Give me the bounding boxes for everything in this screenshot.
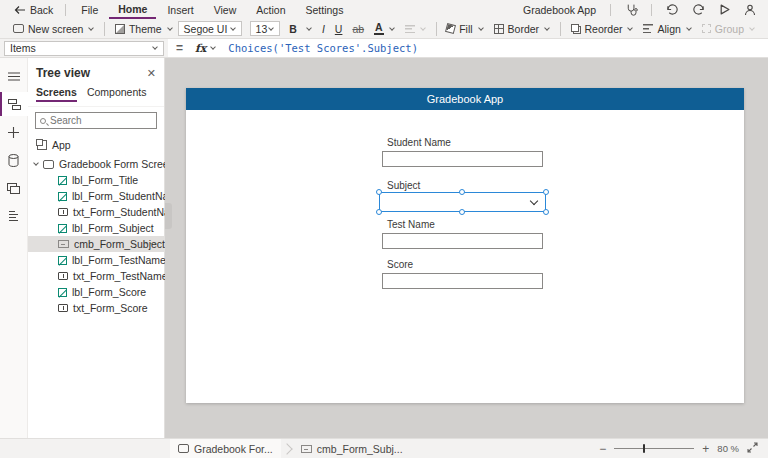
font-size-select[interactable]: 13 — [250, 21, 281, 36]
score-input[interactable] — [382, 273, 543, 289]
app-checker-icon[interactable] — [621, 2, 641, 18]
border-label: Border — [508, 23, 540, 35]
screen-title-bar[interactable]: Gradebook App — [186, 88, 744, 110]
tree-view-rail-icon[interactable] — [0, 92, 28, 116]
menu-item-view[interactable]: View — [205, 0, 246, 19]
advanced-tools-icon[interactable] — [0, 204, 28, 228]
tree-search-box[interactable] — [35, 112, 157, 129]
zoom-slider[interactable] — [614, 448, 694, 449]
formula-input[interactable]: Choices('Test Scores'.Subject) — [220, 39, 418, 57]
font-color-button[interactable]: A — [369, 19, 400, 38]
app-screen[interactable]: Gradebook App Student Name Subject Test … — [186, 88, 744, 403]
align-button[interactable]: Align — [638, 19, 696, 38]
screen-icon — [178, 444, 189, 453]
fx-button[interactable]: fx — [191, 39, 220, 57]
theme-label: Theme — [129, 23, 162, 35]
tree-item-txt-form-score[interactable]: txt_Form_Score — [28, 300, 164, 316]
field-label-test-name[interactable]: Test Name — [387, 219, 435, 230]
reorder-button[interactable]: Reorder — [566, 19, 639, 38]
selection-handle[interactable] — [376, 189, 382, 195]
strikethrough-button[interactable]: ab — [347, 19, 369, 38]
canvas-area: Gradebook App Student Name Subject Test … — [165, 58, 768, 438]
fill-icon — [445, 23, 456, 34]
font-family-select[interactable]: Segoe UI — [178, 21, 242, 36]
student-name-input[interactable] — [382, 151, 543, 167]
theme-button[interactable]: Theme — [110, 19, 178, 38]
breadcrumb-control[interactable]: cmb_Form_Subj... — [293, 439, 411, 458]
media-icon[interactable] — [0, 176, 28, 200]
label-icon — [58, 224, 67, 233]
italic-button[interactable]: I — [317, 19, 330, 38]
bold-button[interactable]: B — [280, 19, 317, 38]
tree-item-app[interactable]: App — [28, 137, 164, 153]
selection-handle[interactable] — [543, 209, 549, 215]
chevron-down-icon — [210, 44, 216, 50]
label-icon — [58, 256, 67, 265]
group-button[interactable]: Group — [697, 19, 760, 38]
menu-bar: Back File Home Insert View Action Settin… — [0, 0, 768, 19]
breadcrumb-screen[interactable]: Gradebook For... — [170, 439, 281, 458]
selection-handle[interactable] — [459, 189, 465, 195]
property-value: Items — [10, 42, 36, 54]
tree-item-label: lbl_Form_TestName — [72, 254, 166, 266]
tree-item-lbl-form-studentname[interactable]: lbl_Form_StudentName — [28, 188, 164, 204]
panel-collapse-handle[interactable] — [165, 203, 172, 229]
menu-item-insert[interactable]: Insert — [158, 0, 202, 19]
zoom-controls: − + 80 % — [599, 442, 758, 455]
redo-icon[interactable] — [688, 2, 708, 18]
tree-item-lbl-form-testname[interactable]: lbl_Form_TestName — [28, 252, 164, 268]
chevron-down-icon — [89, 25, 95, 31]
tab-components[interactable]: Components — [87, 86, 147, 102]
undo-icon[interactable] — [662, 2, 682, 18]
chevron-down-icon — [167, 25, 173, 31]
close-icon[interactable]: ✕ — [147, 67, 156, 80]
equals-sign: = — [168, 39, 191, 57]
tree-item-cmb-form-subject[interactable]: cmb_Form_Subject ··· — [28, 236, 164, 252]
share-person-icon[interactable] — [740, 2, 760, 18]
text-input-icon — [58, 272, 68, 280]
search-input[interactable] — [50, 115, 140, 126]
label-icon — [58, 288, 67, 297]
back-button[interactable]: Back — [8, 0, 59, 19]
tree-item-txt-form-studentname[interactable]: txt_Form_StudentName — [28, 204, 164, 220]
more-icon[interactable]: ··· — [145, 237, 159, 249]
collapse-menu-icon[interactable] — [0, 64, 28, 88]
menu-item-action[interactable]: Action — [247, 0, 294, 19]
tree-item-lbl-form-subject[interactable]: lbl_Form_Subject — [28, 220, 164, 236]
breadcrumb-label: Gradebook For... — [194, 443, 273, 455]
tree-item-txt-form-testname[interactable]: txt_Form_TestName — [28, 268, 164, 284]
subject-combobox[interactable] — [379, 192, 546, 212]
selection-handle[interactable] — [376, 209, 382, 215]
preview-play-icon[interactable] — [714, 2, 734, 18]
zoom-slider-handle[interactable] — [643, 444, 645, 453]
tree-item-lbl-form-title[interactable]: lbl_Form_Title — [28, 172, 164, 188]
menu-item-settings[interactable]: Settings — [296, 0, 352, 19]
text-input-icon — [58, 208, 68, 216]
tree-item-lbl-form-score[interactable]: lbl_Form_Score — [28, 284, 164, 300]
zoom-out-icon[interactable]: − — [599, 444, 606, 454]
fit-to-window-icon[interactable] — [747, 442, 758, 455]
selection-handle[interactable] — [543, 189, 549, 195]
insert-plus-icon[interactable] — [0, 120, 28, 144]
app-icon — [37, 140, 47, 150]
field-label-score[interactable]: Score — [387, 259, 413, 270]
menu-item-file[interactable]: File — [72, 0, 107, 19]
fill-button[interactable]: Fill — [441, 19, 488, 38]
new-screen-button[interactable]: New screen — [8, 19, 99, 38]
menu-item-home[interactable]: Home — [109, 0, 156, 19]
chevron-down-icon — [628, 25, 634, 31]
tab-screens[interactable]: Screens — [36, 86, 77, 102]
underline-button[interactable]: U — [330, 19, 348, 38]
test-name-input[interactable] — [382, 233, 543, 249]
tree-item-screen[interactable]: Gradebook Form Screen — [28, 156, 164, 172]
property-selector[interactable]: Items — [4, 41, 164, 56]
new-screen-label: New screen — [28, 23, 83, 35]
text-align-button[interactable] — [400, 19, 431, 38]
field-label-student-name[interactable]: Student Name — [387, 137, 451, 148]
data-sources-icon[interactable] — [0, 148, 28, 172]
selection-handle[interactable] — [459, 209, 465, 215]
tree-item-label: Gradebook Form Screen — [59, 158, 175, 170]
field-label-subject[interactable]: Subject — [387, 180, 420, 191]
border-button[interactable]: Border — [489, 19, 556, 38]
zoom-in-icon[interactable]: + — [702, 444, 709, 454]
